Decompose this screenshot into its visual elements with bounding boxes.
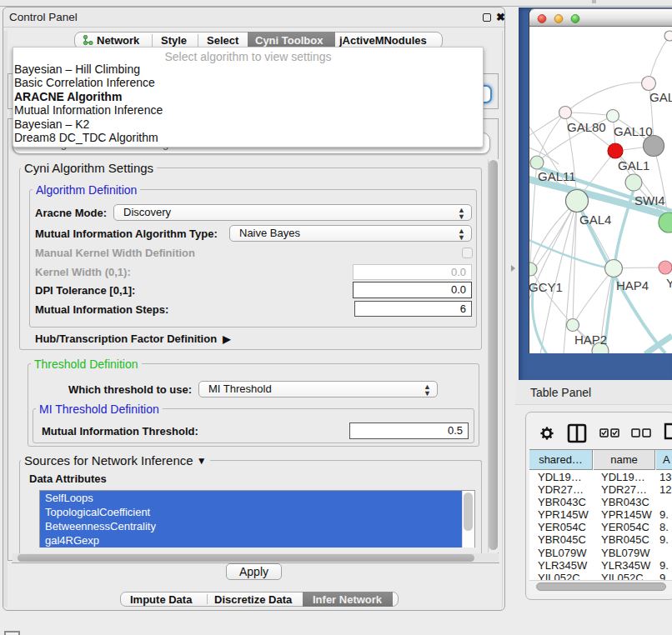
svg-text:GAL80: GAL80 xyxy=(567,120,606,134)
svg-text:GAL2: GAL2 xyxy=(649,90,672,104)
svg-text:GAL1: GAL1 xyxy=(618,158,649,172)
svg-text:SWI4: SWI4 xyxy=(634,193,665,208)
svg-text:GAL10: GAL10 xyxy=(614,124,653,138)
svg-text:GCY1: GCY1 xyxy=(529,280,563,294)
svg-text:GAL11: GAL11 xyxy=(538,169,576,183)
svg-text:YJ: YJ xyxy=(666,276,672,290)
svg-text:HAP4: HAP4 xyxy=(616,278,649,292)
svg-text:GAL4: GAL4 xyxy=(579,212,611,227)
svg-text:HAP2: HAP2 xyxy=(574,332,607,347)
